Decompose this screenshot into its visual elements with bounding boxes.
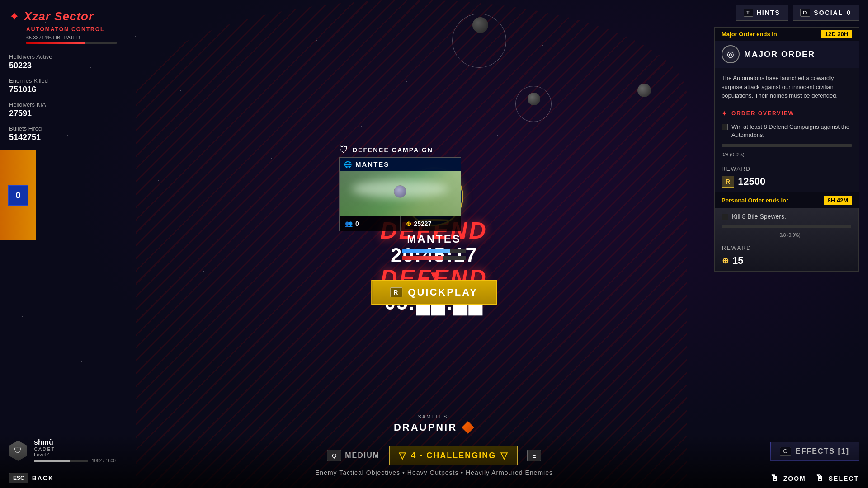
personal-order-timer-label: Personal Order ends in: bbox=[722, 197, 788, 204]
stat-helldivers-kia-label: Helldivers KIA bbox=[9, 101, 145, 108]
medal-icon: ⊕ bbox=[722, 256, 729, 266]
player-details: shmü CADET Level 4 1062 / 1600 bbox=[34, 438, 116, 463]
draupnir-sample-icon bbox=[462, 421, 474, 434]
mouse-scroll-icon: 🖱 bbox=[770, 473, 780, 483]
stat-bullets-fired: Bullets Fired 5142751 bbox=[9, 125, 145, 142]
major-order-header: ◎ MAJOR ORDER bbox=[715, 41, 859, 68]
major-order-icon: ◎ bbox=[722, 45, 740, 63]
difficulty-objectives: Enemy Tactical Objectives • Heavy Outpos… bbox=[315, 469, 553, 476]
bottom-right-controls: 🖱 ZOOM 🖱 SELECT bbox=[770, 473, 859, 483]
samples-label: SAMPLES: bbox=[418, 414, 450, 419]
mantes-resource-stat: ⊕ 25227 bbox=[401, 216, 461, 231]
hints-button[interactable]: T HINTS bbox=[736, 5, 788, 21]
stat-enemies-killed-value: 751016 bbox=[9, 85, 145, 94]
personal-progress-container: 0/8 (0.0%) bbox=[715, 225, 858, 240]
small-planet-2 bbox=[528, 93, 540, 105]
helldivers-logo-icon: ✦ bbox=[9, 9, 19, 24]
player-xp-row: 1062 / 1600 bbox=[34, 457, 116, 463]
major-order-timer-row: Major Order ends in: 12D 20H bbox=[715, 28, 859, 41]
stats-section: Helldivers Active 50223 Enemies Killed 7… bbox=[9, 53, 145, 142]
diff-arrow-right-icon: ▽ bbox=[500, 450, 508, 461]
major-order-reward-section: REWARD R 12500 bbox=[715, 161, 859, 192]
stat-enemies-killed: Enemies Killed 751016 bbox=[9, 77, 145, 94]
player-level: Level 4 bbox=[34, 452, 116, 457]
sector-header: ✦ Xzar Sector bbox=[9, 9, 145, 24]
quickplay-label: QUICKPLAY bbox=[408, 286, 478, 298]
zoom-label: ZOOM bbox=[783, 475, 806, 482]
select-label: SELECT bbox=[829, 475, 859, 482]
order-overview-header: ✦ ORDER OVERVIEW bbox=[715, 106, 859, 121]
select-control: 🖱 SELECT bbox=[815, 473, 859, 483]
stat-helldivers-kia-value: 27591 bbox=[9, 109, 145, 118]
defence-campaign-label: DEFENCE CAMPAIGN bbox=[353, 146, 433, 154]
defence-header: 🛡 DEFENCE CAMPAIGN bbox=[339, 145, 466, 155]
quickplay-button[interactable]: R QUICKPLAY bbox=[371, 280, 497, 305]
quickplay-key: R bbox=[390, 287, 402, 297]
hints-label: HINTS bbox=[757, 9, 780, 16]
player-xp-bar bbox=[34, 460, 88, 462]
draupnir-section: SAMPLES: DRAUPNIR bbox=[394, 414, 474, 434]
progress-bar-1-fill bbox=[402, 249, 450, 253]
left-panel: ✦ Xzar Sector AUTOMATON CONTROL 65.38714… bbox=[9, 9, 145, 149]
personal-reward-section: REWARD ⊕ 15 bbox=[715, 240, 858, 271]
shield-icon: 🛡 bbox=[339, 145, 348, 155]
difficulty-right-key: E bbox=[527, 450, 541, 461]
personal-order-panel: Kill 8 Bile Spewers. 0/8 (0.0%) REWARD ⊕… bbox=[715, 208, 859, 272]
zoom-control: 🖱 ZOOM bbox=[770, 473, 806, 483]
back-label: BACK bbox=[32, 474, 54, 482]
draupnir-planet-name: DRAUPNIR bbox=[394, 422, 457, 433]
major-order-reward-value: R 12500 bbox=[722, 176, 852, 188]
small-planet-3 bbox=[637, 84, 651, 97]
major-order-reward-amount: 12500 bbox=[738, 176, 765, 188]
personal-objective: Kill 8 Bile Spewers. bbox=[715, 208, 858, 225]
mouse-click-icon: 🖱 bbox=[815, 473, 825, 483]
liberation-bar-container: 65.38714% LIBERATED bbox=[26, 35, 145, 44]
mantes-players: 0 bbox=[355, 220, 359, 227]
player-name: shmü bbox=[34, 438, 116, 446]
social-count: 0 bbox=[847, 9, 851, 16]
order-checkbox bbox=[722, 124, 728, 130]
order-objective-text: Win at least 8 Defend Campaigns against … bbox=[731, 123, 852, 139]
progress-bar-1 bbox=[402, 249, 466, 253]
personal-progress-bar bbox=[722, 225, 851, 228]
diff-arrow-left-icon: ▽ bbox=[399, 450, 406, 461]
difficulty-current[interactable]: ▽ 4 - CHALLENGING ▽ bbox=[389, 446, 518, 465]
order-progress-bar bbox=[722, 144, 852, 147]
panel-indicator: 0 bbox=[8, 185, 28, 206]
stat-helldivers-kia: Helldivers KIA 27591 bbox=[9, 101, 145, 118]
order-progress-container: 0/8 (0.0%) bbox=[715, 144, 859, 161]
personal-progress-text: 0/8 (0.0%) bbox=[715, 233, 858, 240]
difficulty-dash: - bbox=[420, 451, 426, 460]
personal-checkbox bbox=[722, 214, 728, 220]
automaton-icon: ✦ bbox=[722, 110, 728, 117]
liberation-bar-fill bbox=[26, 42, 85, 44]
esc-key: ESC bbox=[9, 473, 28, 483]
mantes-stats-row: 👥 0 ⊕ 25227 bbox=[340, 216, 461, 231]
esc-back-control: ESC BACK bbox=[9, 473, 54, 483]
resource-icon: ⊕ bbox=[406, 220, 411, 227]
defence-campaign-popup: 🛡 DEFENCE CAMPAIGN 🌐 MANTES 👥 0 ⊕ 25227 bbox=[339, 145, 466, 231]
stat-enemies-killed-label: Enemies Killed bbox=[9, 77, 145, 84]
difficulty-medium-label: MEDIUM bbox=[345, 451, 380, 460]
mantes-resources: 25227 bbox=[414, 220, 432, 227]
mantes-card[interactable]: 🌐 MANTES 👥 0 ⊕ 25227 bbox=[339, 157, 461, 231]
liberation-bar bbox=[26, 42, 117, 44]
stat-helldivers-active-label: Helldivers Active bbox=[9, 53, 145, 60]
draupnir-name: DRAUPNIR bbox=[394, 421, 474, 434]
difficulty-level: 4 - CHALLENGING bbox=[411, 451, 496, 460]
major-order-description: The Automatons have launched a cowardly … bbox=[715, 68, 859, 106]
player-xp-current: 1062 bbox=[92, 458, 102, 463]
difficulty-left-key: Q bbox=[327, 450, 341, 461]
personal-objective-text: Kill 8 Bile Spewers. bbox=[732, 213, 786, 220]
sector-control-label: AUTOMATON CONTROL bbox=[26, 26, 145, 33]
personal-reward-value: ⊕ 15 bbox=[722, 255, 851, 267]
social-button[interactable]: O SOCIAL 0 bbox=[793, 5, 859, 21]
difficulty-left: Q MEDIUM bbox=[327, 450, 380, 461]
social-label: SOCIAL bbox=[814, 9, 843, 16]
player-xp-max: 1600 bbox=[106, 458, 116, 463]
mantes-card-name: MANTES bbox=[355, 160, 389, 168]
difficulty-row: Q MEDIUM ▽ 4 - CHALLENGING ▽ E bbox=[327, 446, 541, 465]
stat-bullets-fired-value: 5142751 bbox=[9, 133, 145, 142]
player-shield-icon: 🛡 bbox=[9, 441, 27, 461]
mantes-planet-icon: 🌐 bbox=[344, 161, 352, 168]
